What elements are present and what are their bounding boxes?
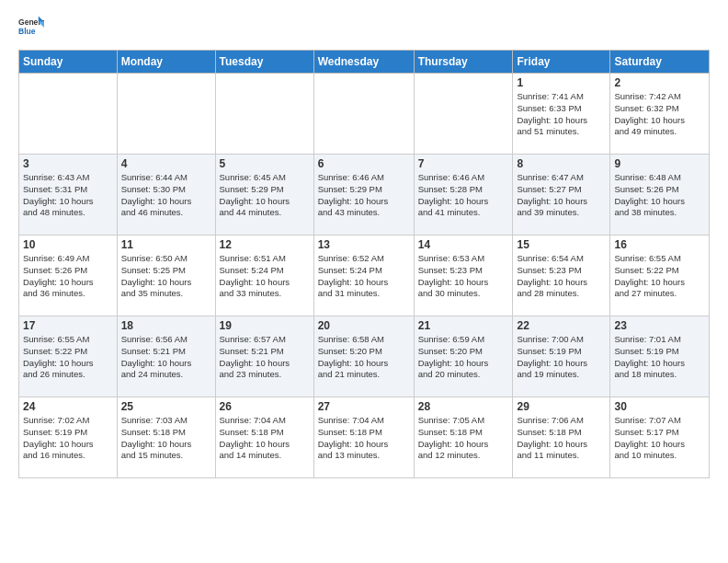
day-number: 12 [220, 238, 310, 251]
calendar-table: SundayMondayTuesdayWednesdayThursdayFrid… [18, 50, 710, 478]
cell-content: Sunrise: 6:46 AM Sunset: 5:28 PM Dayligh… [418, 172, 509, 219]
calendar-cell: 23Sunrise: 7:01 AM Sunset: 5:19 PM Dayli… [610, 316, 710, 397]
day-number: 27 [318, 400, 410, 413]
day-number: 9 [614, 157, 705, 170]
day-number: 15 [517, 238, 606, 251]
cell-content: Sunrise: 7:00 AM Sunset: 5:19 PM Dayligh… [517, 334, 606, 381]
week-row-4: 17Sunrise: 6:55 AM Sunset: 5:22 PM Dayli… [19, 316, 710, 397]
cell-content: Sunrise: 6:51 AM Sunset: 5:24 PM Dayligh… [220, 253, 310, 300]
svg-text:Blue: Blue [18, 27, 36, 36]
header-row: General Blue [18, 15, 710, 40]
day-number: 3 [23, 157, 113, 170]
cell-content: Sunrise: 6:59 AM Sunset: 5:20 PM Dayligh… [418, 334, 509, 381]
calendar-cell: 9Sunrise: 6:48 AM Sunset: 5:26 PM Daylig… [610, 155, 710, 236]
cell-content: Sunrise: 7:06 AM Sunset: 5:18 PM Dayligh… [517, 415, 606, 462]
calendar-cell: 2Sunrise: 7:42 AM Sunset: 6:32 PM Daylig… [610, 74, 710, 155]
cell-content: Sunrise: 6:46 AM Sunset: 5:29 PM Dayligh… [318, 172, 410, 219]
cell-content: Sunrise: 6:55 AM Sunset: 5:22 PM Dayligh… [23, 334, 113, 381]
calendar-cell: 25Sunrise: 7:03 AM Sunset: 5:18 PM Dayli… [117, 397, 215, 478]
week-row-3: 10Sunrise: 6:49 AM Sunset: 5:26 PM Dayli… [19, 236, 710, 316]
weekday-header-friday: Friday [513, 51, 610, 74]
day-number: 10 [23, 238, 113, 251]
cell-content: Sunrise: 6:52 AM Sunset: 5:24 PM Dayligh… [318, 253, 410, 300]
cell-content: Sunrise: 6:58 AM Sunset: 5:20 PM Dayligh… [318, 334, 410, 381]
day-number: 21 [418, 319, 509, 332]
cell-content: Sunrise: 7:07 AM Sunset: 5:17 PM Dayligh… [614, 415, 705, 462]
calendar-cell: 3Sunrise: 6:43 AM Sunset: 5:31 PM Daylig… [19, 155, 118, 236]
calendar-cell: 28Sunrise: 7:05 AM Sunset: 5:18 PM Dayli… [414, 397, 513, 478]
day-number: 25 [121, 400, 211, 413]
calendar-cell [313, 74, 414, 155]
cell-content: Sunrise: 7:02 AM Sunset: 5:19 PM Dayligh… [23, 415, 113, 462]
calendar-body: 1Sunrise: 7:41 AM Sunset: 6:33 PM Daylig… [19, 74, 710, 478]
day-number: 11 [121, 238, 211, 251]
day-number: 18 [121, 319, 211, 332]
page-container: General Blue SundayMondayTuesdayWednesda… [0, 0, 728, 488]
cell-content: Sunrise: 6:48 AM Sunset: 5:26 PM Dayligh… [614, 172, 705, 219]
weekday-header-wednesday: Wednesday [313, 51, 414, 74]
cell-content: Sunrise: 7:04 AM Sunset: 5:18 PM Dayligh… [220, 415, 310, 462]
calendar-cell: 24Sunrise: 7:02 AM Sunset: 5:19 PM Dayli… [19, 397, 118, 478]
calendar-cell: 1Sunrise: 7:41 AM Sunset: 6:33 PM Daylig… [513, 74, 610, 155]
calendar-cell: 13Sunrise: 6:52 AM Sunset: 5:24 PM Dayli… [313, 236, 414, 316]
logo: General Blue [18, 15, 44, 40]
day-number: 1 [517, 76, 606, 89]
cell-content: Sunrise: 6:47 AM Sunset: 5:27 PM Dayligh… [517, 172, 606, 219]
calendar-cell [117, 74, 215, 155]
calendar-cell [19, 74, 118, 155]
cell-content: Sunrise: 6:57 AM Sunset: 5:21 PM Dayligh… [220, 334, 310, 381]
cell-content: Sunrise: 7:42 AM Sunset: 6:32 PM Dayligh… [614, 91, 705, 138]
cell-content: Sunrise: 7:05 AM Sunset: 5:18 PM Dayligh… [418, 415, 509, 462]
day-number: 23 [614, 319, 705, 332]
weekday-header-tuesday: Tuesday [215, 51, 313, 74]
cell-content: Sunrise: 6:56 AM Sunset: 5:21 PM Dayligh… [121, 334, 211, 381]
calendar-cell: 18Sunrise: 6:56 AM Sunset: 5:21 PM Dayli… [117, 316, 215, 397]
calendar-cell: 19Sunrise: 6:57 AM Sunset: 5:21 PM Dayli… [215, 316, 313, 397]
calendar-cell: 6Sunrise: 6:46 AM Sunset: 5:29 PM Daylig… [313, 155, 414, 236]
calendar-cell: 15Sunrise: 6:54 AM Sunset: 5:23 PM Dayli… [513, 236, 610, 316]
calendar-cell: 14Sunrise: 6:53 AM Sunset: 5:23 PM Dayli… [414, 236, 513, 316]
calendar-cell [414, 74, 513, 155]
week-row-1: 1Sunrise: 7:41 AM Sunset: 6:33 PM Daylig… [19, 74, 710, 155]
cell-content: Sunrise: 6:54 AM Sunset: 5:23 PM Dayligh… [517, 253, 606, 300]
logo-icon: General Blue [18, 15, 44, 40]
weekday-header-monday: Monday [117, 51, 215, 74]
day-number: 13 [318, 238, 410, 251]
day-number: 20 [318, 319, 410, 332]
calendar-cell: 27Sunrise: 7:04 AM Sunset: 5:18 PM Dayli… [313, 397, 414, 478]
day-number: 17 [23, 319, 113, 332]
calendar-cell: 5Sunrise: 6:45 AM Sunset: 5:29 PM Daylig… [215, 155, 313, 236]
day-number: 29 [517, 400, 606, 413]
cell-content: Sunrise: 6:49 AM Sunset: 5:26 PM Dayligh… [23, 253, 113, 300]
calendar-cell: 10Sunrise: 6:49 AM Sunset: 5:26 PM Dayli… [19, 236, 118, 316]
cell-content: Sunrise: 7:01 AM Sunset: 5:19 PM Dayligh… [614, 334, 705, 381]
day-number: 22 [517, 319, 606, 332]
day-number: 30 [614, 400, 705, 413]
weekday-header-row: SundayMondayTuesdayWednesdayThursdayFrid… [19, 51, 710, 74]
cell-content: Sunrise: 6:53 AM Sunset: 5:23 PM Dayligh… [418, 253, 509, 300]
cell-content: Sunrise: 6:43 AM Sunset: 5:31 PM Dayligh… [23, 172, 113, 219]
calendar-cell: 7Sunrise: 6:46 AM Sunset: 5:28 PM Daylig… [414, 155, 513, 236]
calendar-cell: 4Sunrise: 6:44 AM Sunset: 5:30 PM Daylig… [117, 155, 215, 236]
cell-content: Sunrise: 7:03 AM Sunset: 5:18 PM Dayligh… [121, 415, 211, 462]
calendar-cell: 12Sunrise: 6:51 AM Sunset: 5:24 PM Dayli… [215, 236, 313, 316]
calendar-cell: 16Sunrise: 6:55 AM Sunset: 5:22 PM Dayli… [610, 236, 710, 316]
day-number: 19 [220, 319, 310, 332]
weekday-header-saturday: Saturday [610, 51, 710, 74]
day-number: 26 [220, 400, 310, 413]
calendar-cell: 21Sunrise: 6:59 AM Sunset: 5:20 PM Dayli… [414, 316, 513, 397]
calendar-header: SundayMondayTuesdayWednesdayThursdayFrid… [19, 51, 710, 74]
week-row-5: 24Sunrise: 7:02 AM Sunset: 5:19 PM Dayli… [19, 397, 710, 478]
cell-content: Sunrise: 6:44 AM Sunset: 5:30 PM Dayligh… [121, 172, 211, 219]
calendar-cell: 11Sunrise: 6:50 AM Sunset: 5:25 PM Dayli… [117, 236, 215, 316]
day-number: 2 [614, 76, 705, 89]
weekday-header-thursday: Thursday [414, 51, 513, 74]
calendar-cell: 17Sunrise: 6:55 AM Sunset: 5:22 PM Dayli… [19, 316, 118, 397]
day-number: 16 [614, 238, 705, 251]
day-number: 24 [23, 400, 113, 413]
calendar-cell: 22Sunrise: 7:00 AM Sunset: 5:19 PM Dayli… [513, 316, 610, 397]
week-row-2: 3Sunrise: 6:43 AM Sunset: 5:31 PM Daylig… [19, 155, 710, 236]
day-number: 14 [418, 238, 509, 251]
cell-content: Sunrise: 6:55 AM Sunset: 5:22 PM Dayligh… [614, 253, 705, 300]
cell-content: Sunrise: 6:50 AM Sunset: 5:25 PM Dayligh… [121, 253, 211, 300]
